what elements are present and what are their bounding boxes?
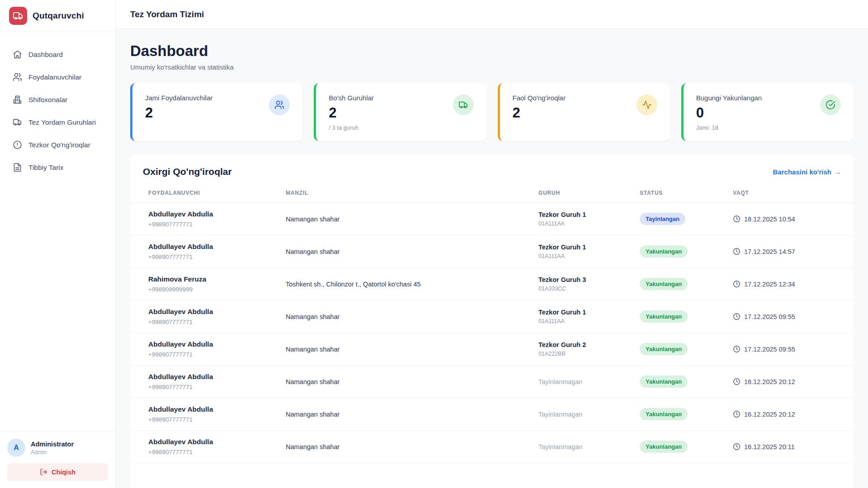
- caller-phone: +998907777771: [148, 319, 275, 325]
- table-row[interactable]: Abdullayev Abdulla +998907777771 Namanga…: [130, 431, 854, 463]
- caller-name: Abdullayev Abdulla: [148, 210, 275, 218]
- recent-calls-card: Oxirgi Qo'ng'iroqlar Barchasini ko'rish …: [130, 155, 854, 488]
- sidebar-item-label: Foydalanuvchilar: [28, 73, 81, 81]
- call-address: Toshkent sh., Chilonzor t., Qatortol ko'…: [286, 281, 528, 288]
- stat-card-active-calls: Faol Qo'ng'iroqlar 2: [498, 83, 670, 141]
- caller-name: Abdullayev Abdulla: [148, 243, 275, 251]
- stat-sub: / 3 ta guruh: [329, 124, 473, 131]
- avatar: A: [7, 439, 25, 457]
- stat-icon-circle: [820, 94, 841, 115]
- call-time: 16.12.2025 20:11: [733, 443, 848, 450]
- status-badge: Yakunlangan: [640, 441, 688, 453]
- caller-phone: +998907777771: [148, 449, 275, 455]
- table-row[interactable]: Abdullayev Abdulla +998907777771 Namanga…: [130, 333, 854, 366]
- clock-icon: [733, 443, 741, 450]
- group-name: Tayinlanmagan: [538, 443, 629, 450]
- caller-name: Abdullayev Abdulla: [148, 340, 275, 348]
- user-name: Administrator: [31, 441, 74, 448]
- col-vaqt: VAQT: [727, 186, 854, 203]
- status-badge: Yakunlangan: [640, 310, 688, 323]
- activity-icon: [642, 100, 652, 110]
- page-subtitle: Umumiy ko'rsatkichlar va statistika: [130, 63, 854, 71]
- call-address: Namangan shahar: [286, 248, 528, 255]
- user-row: A Administrator Admin: [7, 439, 108, 457]
- caller-phone: +998909999999: [148, 286, 275, 293]
- stat-value: 2: [329, 106, 473, 120]
- call-time: 16.12.2025 20:12: [733, 378, 848, 385]
- stat-card-total-users: Jami Foydalanuvchilar 2: [130, 83, 302, 141]
- stat-card-free-groups: Bo'sh Guruhlar 2 / 3 ta guruh: [314, 83, 486, 141]
- brand-logo: [9, 7, 27, 25]
- calls-table: FOYDALANUVCHI MANZIL GURUH STATUS VAQT A…: [130, 186, 854, 463]
- home-icon: [13, 50, 22, 59]
- ambulance-icon: [13, 117, 22, 127]
- clock-icon: [733, 378, 741, 385]
- topbar-title: Tez Yordam Tizimi: [130, 9, 204, 19]
- caller-name: Rahimova Feruza: [148, 275, 275, 283]
- logout-label: Chiqish: [52, 469, 75, 476]
- status-badge: Yakunlangan: [640, 278, 688, 290]
- call-address: Namangan shahar: [286, 378, 528, 385]
- stat-icon-circle: [453, 94, 474, 115]
- caller-phone: +998907777771: [148, 351, 275, 358]
- clock-icon: [733, 410, 741, 418]
- sidebar-item-medical-history[interactable]: Tibbiy Tarix: [6, 157, 109, 178]
- stat-icon-circle: [637, 94, 657, 115]
- call-address: Namangan shahar: [286, 443, 528, 450]
- brand: Qutqaruvchi: [0, 0, 115, 32]
- arrow-right-icon: →: [834, 168, 841, 176]
- caller-phone: +998907777771: [148, 416, 275, 423]
- recent-calls-header: Oxirgi Qo'ng'iroqlar Barchasini ko'rish …: [130, 166, 854, 177]
- status-badge: Yakunlangan: [640, 375, 688, 388]
- view-all-label: Barchasini ko'rish: [773, 168, 831, 176]
- table-row[interactable]: Rahimova Feruza +998909999999 Toshkent s…: [130, 268, 854, 300]
- alert-circle-icon: [13, 140, 22, 150]
- call-time: 18.12.2025 10:54: [733, 215, 848, 223]
- sidebar-item-hospitals[interactable]: Shifoxonalar: [6, 89, 109, 110]
- sidebar-item-label: Tezkor Qo'ng'iroqlar: [28, 141, 90, 149]
- table-row[interactable]: Abdullayev Abdulla +998907777771 Namanga…: [130, 366, 854, 398]
- recent-calls-title: Oxirgi Qo'ng'iroqlar: [143, 166, 232, 177]
- table-row[interactable]: Abdullayev Abdulla +998907777771 Namanga…: [130, 300, 854, 333]
- caller-phone: +998907777771: [148, 253, 275, 260]
- group-plate: 01A111AA: [538, 221, 629, 227]
- group-name: Tezkor Guruh 1: [538, 211, 629, 218]
- stat-value: 2: [513, 106, 657, 120]
- call-time: 16.12.2025 20:12: [733, 410, 848, 418]
- sidebar-item-ambulance-groups[interactable]: Tez Yordam Guruhlari: [6, 112, 109, 133]
- sidebar-item-dashboard[interactable]: Dashboard: [6, 44, 109, 65]
- sidebar-item-label: Shifoxonalar: [28, 96, 67, 104]
- call-time: 17.12.2025 09:55: [733, 313, 848, 320]
- table-row[interactable]: Abdullayev Abdulla +998907777771 Namanga…: [130, 203, 854, 235]
- table-row[interactable]: Abdullayev Abdulla +998907777771 Namanga…: [130, 398, 854, 431]
- stat-label: Bo'sh Guruhlar: [329, 94, 473, 102]
- calls-table-body: Abdullayev Abdulla +998907777771 Namanga…: [130, 203, 854, 463]
- col-status: STATUS: [634, 186, 727, 203]
- user-box: A Administrator Admin Chiqish: [0, 431, 115, 488]
- clock-icon: [733, 313, 741, 320]
- status-badge: Yakunlangan: [640, 245, 688, 258]
- group-plate: 01A222BB: [538, 351, 629, 357]
- call-time: 17.12.2025 09:55: [733, 345, 848, 353]
- group-plate: 01A111AA: [538, 253, 629, 259]
- sidebar-item-urgent-calls[interactable]: Tezkor Qo'ng'iroqlar: [6, 134, 109, 155]
- group-name: Tezkor Guruh 1: [538, 244, 629, 251]
- table-row[interactable]: Abdullayev Abdulla +998907777771 Namanga…: [130, 235, 854, 268]
- group-name: Tezkor Guruh 3: [538, 276, 629, 283]
- stat-label: Bugungi Yakunlangan: [696, 94, 841, 102]
- group-name: Tezkor Guruh 1: [538, 309, 629, 316]
- group-name: Tayinlanmagan: [538, 411, 629, 418]
- stat-label: Jami Foydalanuvchilar: [145, 94, 290, 102]
- view-all-link[interactable]: Barchasini ko'rish →: [773, 168, 841, 176]
- call-address: Namangan shahar: [286, 411, 528, 418]
- caller-phone: +998907777771: [148, 221, 275, 228]
- caller-name: Abdullayev Abdulla: [148, 373, 275, 381]
- call-address: Namangan shahar: [286, 313, 528, 320]
- sidebar: Qutqaruvchi Dashboard Foydalanuvchilar S…: [0, 0, 116, 488]
- sidebar-item-users[interactable]: Foydalanuvchilar: [6, 66, 109, 88]
- logout-button[interactable]: Chiqish: [7, 463, 108, 481]
- logout-icon: [40, 468, 47, 476]
- stat-value: 0: [696, 106, 841, 120]
- clock-icon: [733, 215, 741, 223]
- stat-label: Faol Qo'ng'iroqlar: [513, 94, 657, 102]
